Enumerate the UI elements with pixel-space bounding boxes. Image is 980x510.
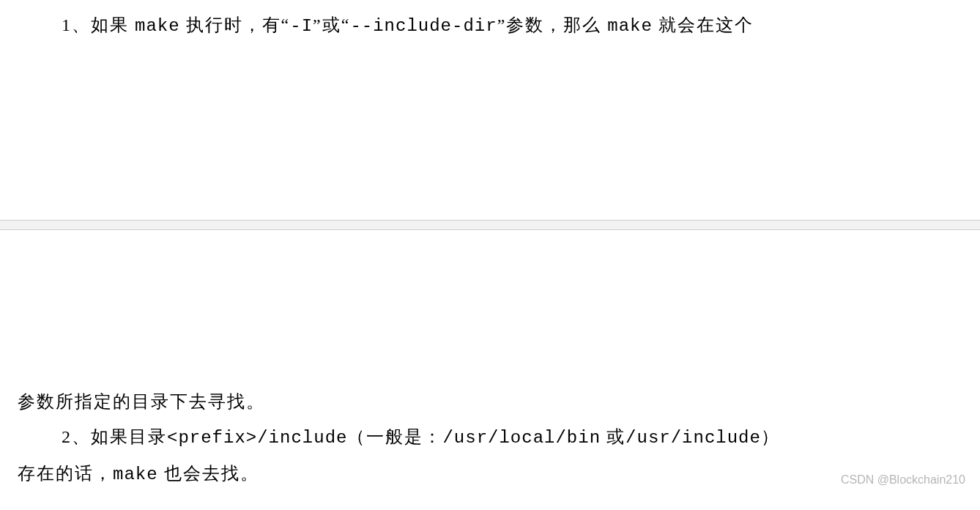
- text-segment: 就会在这个: [653, 15, 754, 34]
- code-path-usr-local-bin: /usr/local/bin: [442, 428, 601, 448]
- page-break-gap: [0, 220, 980, 230]
- paragraph-2-line-2: 存在的话，make 也会去找。: [18, 456, 962, 492]
- code-path-usr-include: /usr/include: [626, 428, 761, 448]
- text-segment: 1、如果: [62, 15, 135, 34]
- code-make: make: [135, 16, 180, 36]
- top-paragraph-block: 1、如果 make 执行时，有“-I”或“--include-dir”参数，那么…: [0, 0, 980, 44]
- text-segment: 存在的话，: [18, 464, 113, 483]
- code-flag-i: -I: [290, 16, 313, 36]
- text-segment: 也会去找。: [158, 464, 259, 483]
- text-segment: （一般是：: [347, 427, 442, 446]
- text-segment: 2、如果目录: [62, 427, 167, 446]
- text-segment: 或: [601, 427, 626, 446]
- paragraph-1-continuation: 参数所指定的目录下去寻找。: [18, 384, 962, 419]
- code-make: make: [113, 465, 158, 484]
- code-prefix-include: <prefix>/include: [167, 428, 347, 448]
- text-segment: ”参数，那么: [497, 15, 608, 34]
- watermark-text: CSDN @Blockchain210: [841, 473, 965, 487]
- bottom-paragraph-block: 参数所指定的目录下去寻找。 2、如果目录<prefix>/include（一般是…: [0, 384, 980, 492]
- code-make: make: [607, 16, 653, 36]
- paragraph-1-line-1: 1、如果 make 执行时，有“-I”或“--include-dir”参数，那么…: [18, 7, 962, 44]
- text-segment: 参数所指定的目录下去寻找。: [18, 392, 265, 411]
- paragraph-2-line-1: 2、如果目录<prefix>/include（一般是：/usr/local/bi…: [18, 419, 962, 456]
- text-segment: ”或“: [313, 15, 350, 34]
- text-segment: ）: [761, 427, 780, 446]
- text-segment: 执行时，有“: [180, 15, 291, 34]
- code-flag-include-dir: --include-dir: [350, 16, 497, 36]
